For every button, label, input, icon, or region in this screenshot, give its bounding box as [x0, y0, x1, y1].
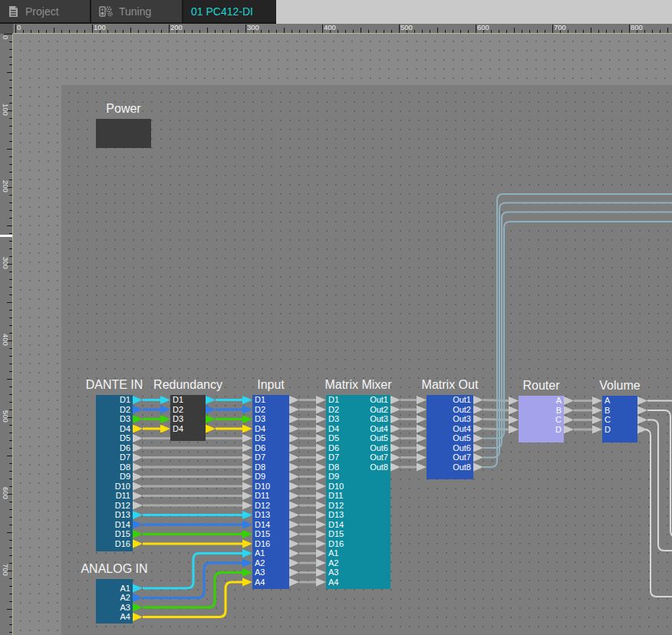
port-label-a1: A1: [255, 549, 265, 558]
block-matrix-mixer[interactable]: D1D2D3D4D5D6D7D8D9D10D11D12D13D14D15D16A…: [326, 395, 390, 589]
hruler-label: 200: [170, 24, 183, 31]
port-label-out1: Out1: [453, 396, 471, 404]
tab-bar-empty-area: [276, 0, 672, 24]
port-label-d16: D16: [115, 540, 130, 548]
port-label-d4: D4: [328, 425, 339, 433]
port-label-d4: D4: [120, 425, 130, 433]
port-label-d8: D8: [328, 463, 339, 472]
port-label-d5: D5: [328, 434, 339, 443]
port-label-out4: Out4: [370, 425, 388, 433]
vruler-label: 600: [2, 487, 9, 499]
port-label-d3: D3: [255, 415, 265, 423]
port-label-d13: D13: [328, 511, 344, 519]
tab-bar: Project Tuning 01 PC412-DI: [0, 0, 672, 24]
port-label-d6: D6: [328, 444, 339, 452]
port-label-d2: D2: [173, 406, 183, 414]
port-label-d8: D8: [120, 463, 130, 472]
tab-project-label: Project: [25, 5, 59, 18]
port-label-b: B: [556, 406, 562, 415]
port-label-d14: D14: [328, 521, 344, 529]
port-label-d9: D9: [255, 472, 265, 481]
port-label-d12: D12: [255, 502, 270, 510]
port-label-d14: D14: [115, 521, 130, 529]
block-power[interactable]: [96, 119, 151, 148]
port-label-d1: D1: [173, 396, 183, 404]
port-label-d10: D10: [328, 482, 344, 491]
port-label-d2: D2: [255, 406, 265, 414]
port-label-d2: D2: [120, 406, 130, 414]
block-analog-in[interactable]: A1A2A3A4: [96, 579, 133, 623]
port-label-a3: A3: [328, 568, 338, 577]
block-input[interactable]: D1D2D3D4D5D6D7D8D9D10D11D12D13D14D15D16A…: [252, 395, 289, 589]
port-label-a4: A4: [328, 578, 338, 587]
hruler-label: 800: [631, 24, 643, 31]
port-label-d2: D2: [328, 406, 339, 414]
vruler-label: 400: [2, 334, 9, 346]
port-label-out2: Out2: [370, 406, 388, 414]
port-label-d5: D5: [255, 434, 265, 443]
port-label-out7: Out7: [370, 453, 388, 462]
tab-project[interactable]: Project: [0, 0, 90, 22]
ruler-horizontal: 0100200300400500600700800: [13, 24, 672, 34]
block-redundancy[interactable]: D1D2D3D4: [170, 395, 206, 441]
port-label-d: D: [604, 426, 611, 434]
tab-tuning-label: Tuning: [119, 5, 151, 18]
vruler-label: 700: [2, 564, 9, 576]
document-icon: [8, 5, 19, 18]
port-label-d4: D4: [173, 425, 183, 433]
port-label-d7: D7: [255, 453, 265, 462]
port-label-d1: D1: [255, 396, 265, 404]
vruler-label: 200: [2, 180, 9, 192]
port-label-out5: Out5: [370, 434, 388, 443]
port-label-d12: D12: [115, 502, 130, 510]
block-volume[interactable]: ABCD: [602, 396, 637, 443]
tuning-icon: [99, 5, 113, 18]
port-label-a2: A2: [328, 559, 338, 568]
port-label-a2: A2: [120, 594, 130, 602]
port-label-a2: A2: [255, 559, 265, 568]
tab-device-01-pc412-di[interactable]: 01 PC412-DI: [183, 0, 276, 22]
port-label-d16: D16: [328, 540, 344, 548]
port-label-d15: D15: [255, 530, 270, 538]
hruler-label: 600: [477, 24, 489, 31]
port-label-a3: A3: [255, 568, 265, 577]
port-label-out7: Out7: [453, 453, 471, 462]
port-label-d11: D11: [116, 492, 130, 500]
provisionaire-window: Project Tuning 01 PC412-DI 0100200300400…: [0, 0, 672, 635]
port-label-d9: D9: [328, 472, 339, 481]
port-label-a4: A4: [120, 613, 130, 621]
port-label-out1: Out1: [370, 396, 388, 404]
port-label-d13: D13: [115, 511, 130, 519]
hruler-label: 0: [17, 24, 21, 31]
port-label-a4: A4: [255, 578, 265, 587]
block-matrix-out[interactable]: Out1Out2Out3Out4Out5Out6Out7Out8: [427, 395, 473, 479]
port-label-d3: D3: [120, 415, 130, 423]
vruler-label: 300: [2, 257, 9, 269]
port-label-d10: D10: [115, 482, 130, 491]
port-label-out2: Out2: [453, 406, 471, 414]
tab-tuning[interactable]: Tuning: [91, 0, 182, 22]
port-label-out3: Out3: [370, 415, 388, 423]
port-label-d15: D15: [328, 530, 344, 538]
vruler-label: 500: [2, 410, 9, 423]
hruler-label: 100: [94, 24, 106, 31]
port-label-d11: D11: [328, 492, 343, 500]
block-router[interactable]: ABCD: [519, 396, 564, 443]
port-label-d1: D1: [328, 396, 339, 404]
port-label-d7: D7: [120, 453, 130, 462]
port-label-d4: D4: [255, 425, 265, 433]
port-label-d5: D5: [120, 434, 130, 443]
port-label-d14: D14: [255, 521, 270, 529]
port-label-d: D: [555, 426, 562, 434]
port-label-d8: D8: [255, 463, 265, 472]
port-label-d13: D13: [255, 511, 270, 519]
block-dante-in[interactable]: D1D2D3D4D5D6D7D8D9D10D11D12D13D14D15D16: [96, 395, 133, 551]
port-label-d7: D7: [328, 453, 339, 462]
port-label-out4: Out4: [453, 425, 471, 433]
port-label-d1: D1: [120, 396, 130, 404]
port-label-a1: A1: [120, 584, 130, 593]
ruler-corner: [0, 24, 13, 34]
port-label-b: B: [604, 406, 610, 415]
port-label-a: A: [604, 396, 610, 405]
port-label-out8: Out8: [370, 463, 388, 472]
